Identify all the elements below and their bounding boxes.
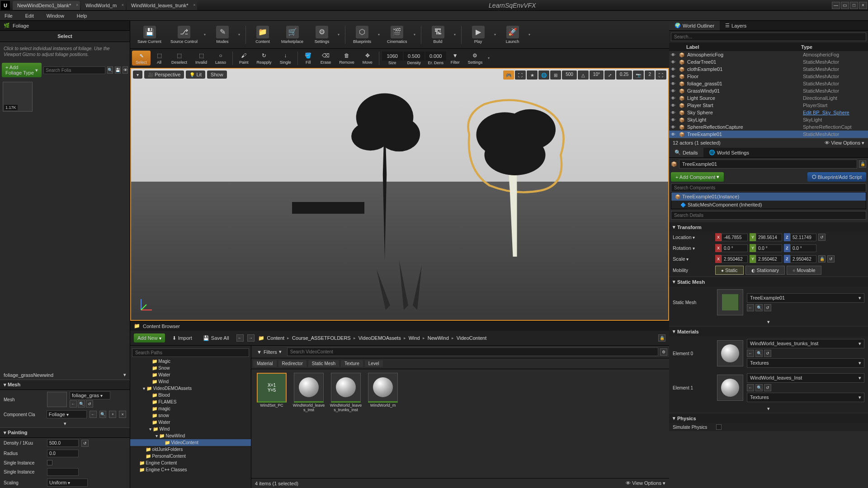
- filter-tag[interactable]: Texture: [341, 360, 363, 367]
- angle-snap-value[interactable]: 10°: [590, 70, 604, 80]
- static-mesh-thumbnail[interactable]: [717, 289, 743, 315]
- tree-item[interactable]: 📁 FLAMES: [130, 399, 251, 405]
- crumb[interactable]: NewWind: [428, 335, 449, 341]
- menu-edit[interactable]: Edit: [23, 12, 37, 19]
- file-tab[interactable]: NewWindDemo1_blank*×: [13, 1, 80, 10]
- outliner-row[interactable]: 👁📦Player StartPlayerStart: [669, 102, 868, 109]
- transform-section-header[interactable]: ▾ Transform: [669, 222, 868, 232]
- search-icon[interactable]: 🔍: [107, 66, 113, 74]
- mesh-thumbnail[interactable]: [47, 392, 67, 407]
- save-current-button[interactable]: 💾Save Current: [134, 22, 165, 47]
- scale-z-input[interactable]: [790, 255, 816, 263]
- mesh-dropdown[interactable]: foliage_gras ▾: [70, 391, 110, 399]
- settings-icon[interactable]: ⚙: [660, 348, 667, 356]
- label-column-header[interactable]: Label: [673, 44, 801, 50]
- density-input[interactable]: [404, 52, 425, 61]
- lasso-tool[interactable]: ○Lasso: [212, 51, 230, 66]
- all-tool[interactable]: ⬚All: [151, 51, 167, 66]
- arrow-left-icon[interactable]: ←: [747, 384, 754, 391]
- tree-item[interactable]: 📁 Engine C++ Classes: [130, 466, 251, 473]
- textures-dropdown[interactable]: Textures▾: [747, 358, 864, 368]
- mobility-movable-button[interactable]: ○ Movable: [787, 266, 821, 275]
- single-tool[interactable]: ↓Single: [276, 51, 295, 66]
- textures-dropdown[interactable]: Textures▾: [747, 393, 864, 402]
- arrow-left-icon[interactable]: ←: [747, 350, 754, 357]
- maximize-viewport-icon[interactable]: ⛶: [656, 70, 666, 80]
- tree-item[interactable]: 📁 Engine Content: [130, 460, 251, 466]
- er-dens-input[interactable]: [425, 52, 446, 61]
- grid-snap-value[interactable]: 500: [562, 70, 577, 80]
- painting-section-header[interactable]: ▾ Painting: [0, 427, 130, 438]
- filter-tag[interactable]: Material: [253, 360, 277, 367]
- tab-layers[interactable]: ☰ Layers: [720, 21, 752, 30]
- search-components-input[interactable]: [671, 183, 866, 192]
- game-view-icon[interactable]: 🎮: [503, 70, 514, 80]
- tree-item[interactable]: 📁 snow: [130, 412, 251, 419]
- scale-x-input[interactable]: [722, 255, 748, 263]
- show-button[interactable]: Show: [207, 70, 227, 79]
- physics-section-header[interactable]: ▾ Physics: [669, 413, 868, 423]
- close-icon[interactable]: ×: [122, 3, 124, 7]
- search-details-input[interactable]: [671, 211, 866, 220]
- reset-icon[interactable]: ↺: [818, 234, 826, 241]
- camera-speed-icon[interactable]: 📷: [633, 70, 644, 80]
- single-instance-checkbox[interactable]: [47, 460, 52, 465]
- immersive-icon[interactable]: ⛶: [515, 70, 526, 80]
- content-button[interactable]: 📁Content: [250, 22, 276, 47]
- scale-y-input[interactable]: [756, 255, 782, 263]
- location-z-input[interactable]: [790, 234, 816, 241]
- outliner-row[interactable]: 👁📦GrassWindy01StaticMeshActor: [669, 87, 868, 94]
- tree-item[interactable]: 📁 PersonalContent: [130, 453, 251, 460]
- static-mesh-dropdown[interactable]: TreeExample01▾: [747, 293, 864, 303]
- fill-tool[interactable]: 🪣Fill: [301, 51, 316, 66]
- marketplace-button[interactable]: 🛒Marketplace: [278, 22, 307, 47]
- scale-snap-value[interactable]: 0.25: [616, 70, 632, 80]
- foliage-search-input[interactable]: [43, 66, 105, 74]
- add-component-button[interactable]: + Add Component ▾: [671, 172, 724, 182]
- viewport-options-button[interactable]: ▾: [133, 70, 142, 79]
- browse-icon[interactable]: 🔍: [755, 304, 763, 311]
- outliner-row[interactable]: 👁📦clothExample01StaticMeshActor: [669, 66, 868, 73]
- asset-item[interactable]: WindWorld_leaves_trunks_Inst: [329, 373, 363, 413]
- reset-icon[interactable]: ↺: [81, 440, 89, 447]
- tree-item[interactable]: 📁 Water: [130, 419, 251, 426]
- arrow-left-icon[interactable]: ←: [747, 304, 754, 311]
- browse-icon[interactable]: 🔍: [78, 400, 85, 408]
- tab-world-outliner[interactable]: 🌍 World Outliner: [669, 21, 720, 30]
- tree-item[interactable]: 📁 Magic: [130, 358, 251, 365]
- file-tab[interactable]: WindWorld_leaves_trunk*×: [127, 1, 197, 10]
- outliner-search-input[interactable]: [671, 33, 866, 41]
- tree-item[interactable]: 📁 Water: [130, 371, 251, 378]
- deselect-tool[interactable]: ⬚Deselect: [168, 51, 191, 66]
- filter-button[interactable]: ▼Filter: [447, 51, 463, 66]
- expand-icon[interactable]: ▾: [767, 406, 770, 411]
- save-all-button[interactable]: 💾 Save All: [199, 334, 233, 343]
- outliner-row[interactable]: 👁📦Light SourceDirectionalLight: [669, 94, 868, 102]
- outliner-row[interactable]: 👁📦SkyLightSkyLight: [669, 116, 868, 123]
- save-icon[interactable]: 💾: [115, 66, 121, 74]
- browse-icon[interactable]: 🔍: [99, 411, 107, 418]
- material-thumbnail[interactable]: [717, 340, 743, 366]
- single-instance2-input[interactable]: [47, 468, 79, 476]
- filter-tag[interactable]: Redirector: [278, 360, 307, 367]
- outliner-row[interactable]: 👁📦TreeExample01StaticMeshActor: [669, 131, 868, 138]
- bookmark-icon[interactable]: ★: [527, 70, 538, 80]
- material-dropdown[interactable]: WindWorld_leaves_trunks_Inst▾: [747, 339, 864, 348]
- view-options-button[interactable]: 👁 View Options ▾: [825, 140, 864, 146]
- arrow-left-icon[interactable]: ←: [90, 411, 97, 418]
- lock-aspect-icon[interactable]: 🔒: [818, 255, 826, 263]
- launch-button[interactable]: 🚀Launch: [500, 22, 526, 47]
- component-row[interactable]: 📦 TreeExample01(Instance): [671, 192, 866, 201]
- tree-item[interactable]: ▾ 📁 NewWind: [130, 432, 251, 439]
- material-thumbnail[interactable]: [717, 375, 743, 401]
- build-button[interactable]: 🏗Build: [425, 22, 451, 47]
- outliner-row[interactable]: 👁📦CedarTree01StaticMeshActor: [669, 58, 868, 66]
- restore-button[interactable]: ▭: [841, 2, 849, 9]
- radius-input[interactable]: [47, 450, 79, 457]
- settings-button[interactable]: ⚙Settings: [309, 22, 335, 47]
- import-button[interactable]: ⬇ Import: [169, 334, 196, 343]
- invalid-tool[interactable]: ⬚Invalid: [192, 51, 211, 66]
- crumb[interactable]: Wind: [409, 335, 420, 341]
- static-mesh-section-header[interactable]: ▾ Static Mesh: [669, 277, 868, 286]
- mobility-stationary-button[interactable]: ◐ Stationary: [745, 266, 785, 275]
